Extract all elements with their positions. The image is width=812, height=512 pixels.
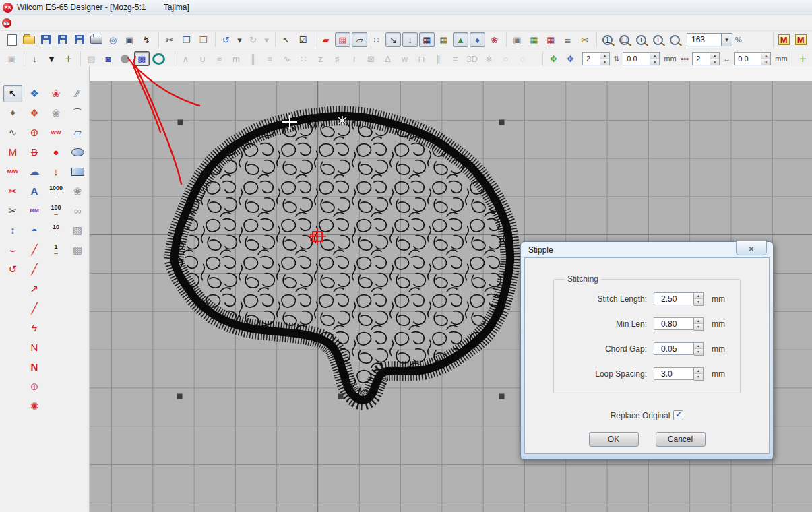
satin-column-tool[interactable]: WW — [46, 124, 65, 141]
length-value-arrows[interactable]: ▲▼ — [761, 52, 771, 65]
stitch-list-button[interactable]: ≣ — [560, 32, 575, 47]
stitch-zz-run[interactable]: z — [313, 51, 328, 66]
stitch-3d[interactable]: 3D — [464, 51, 480, 66]
dialog-title-bar[interactable]: Stipple ✕ — [524, 242, 770, 257]
binoculars-tool[interactable]: ∞ — [68, 202, 87, 220]
penetrations-red-button[interactable]: ↓ — [27, 51, 42, 66]
zoom-value-input[interactable]: 163 — [687, 33, 722, 46]
ring-outline-button[interactable] — [151, 51, 166, 66]
handle-bottom-middle[interactable] — [338, 394, 344, 399]
stitch-motif[interactable]: m — [228, 51, 244, 66]
field-input[interactable]: 3.0 — [654, 367, 694, 380]
dotted-outline-button[interactable]: ∷ — [369, 32, 384, 47]
redo-dropdown[interactable]: ▾ — [262, 32, 271, 47]
satin-stitch-button[interactable]: ▰ — [318, 32, 334, 47]
stitch-curved-fill[interactable]: ≀ — [346, 51, 362, 66]
stitch-wave[interactable]: ∿ — [279, 51, 294, 66]
zigzag-run-tool[interactable]: ϟ — [25, 319, 44, 337]
field-spinner[interactable]: ▲▼ — [694, 342, 704, 356]
density-value-arrows[interactable]: ▲▼ — [650, 52, 660, 65]
stitch-tatami[interactable]: ║ — [245, 51, 261, 66]
two-point-line-tool[interactable]: ╱ — [25, 241, 44, 259]
n-filled-tool[interactable]: N — [25, 358, 44, 376]
reshape-tool[interactable]: ❖ — [25, 85, 44, 102]
connect-machine-button[interactable]: ↯ — [139, 32, 154, 47]
arc-tool[interactable]: ⌒ — [68, 104, 87, 122]
branching-tool[interactable]: ❀ — [46, 104, 65, 122]
single-penetration-tool[interactable]: ↓ — [46, 163, 65, 181]
outline-stitch-button[interactable]: ▱ — [352, 32, 367, 47]
outlines-button[interactable]: ▨ — [84, 51, 99, 66]
menu-item-menu-special[interactable] — [76, 22, 88, 24]
color-film-button[interactable]: ▦ — [543, 32, 559, 47]
cut-stitch-tool[interactable]: ✂ — [3, 183, 22, 200]
dashed-run-tool[interactable]: ╱ — [25, 261, 44, 278]
open-object-tool[interactable]: ❀ — [46, 85, 65, 102]
design-properties-button[interactable]: ▣ — [509, 32, 525, 47]
polygon-select-tool[interactable]: ✦ — [3, 104, 22, 122]
applique-tool[interactable]: ◓ — [25, 222, 44, 239]
stitch-satin[interactable]: ∧ — [178, 51, 193, 66]
handle-bottom-right[interactable] — [499, 394, 505, 399]
handle-top-left[interactable] — [178, 120, 183, 125]
zoom-in-button[interactable]: + — [650, 32, 666, 47]
redo-button[interactable]: ↻ — [245, 32, 261, 47]
menu-item-menu-help[interactable] — [137, 22, 149, 24]
stitch-cross[interactable]: ⊠ — [363, 51, 379, 66]
stitch-oval-1[interactable]: ○ — [498, 51, 513, 66]
length-value-input[interactable]: 0.0 — [734, 52, 761, 65]
stitch-fence[interactable]: ♯ — [330, 51, 345, 66]
circle-fill-button[interactable] — [117, 51, 133, 66]
save-machine-file-button[interactable] — [55, 32, 70, 47]
undo-button[interactable]: ↺ — [218, 32, 234, 47]
stitch-oval-2[interactable]: ◌ — [515, 51, 530, 66]
length-count-arrows[interactable]: ▲▼ — [710, 52, 720, 65]
density-value-input[interactable]: 0.0 — [623, 52, 650, 65]
complex-fill-tool[interactable]: ▱ — [68, 124, 87, 141]
radial-fill-tool[interactable]: ✺ — [25, 397, 44, 415]
plain-run-tool[interactable]: ╱ — [25, 300, 44, 317]
length-count-input[interactable]: 2 — [692, 52, 710, 65]
menu-item-menu-stitch[interactable] — [64, 22, 76, 24]
menu-item-menu-view[interactable] — [40, 22, 52, 24]
stitch-pattern[interactable]: ⊓ — [414, 51, 429, 66]
print-preview-button[interactable]: ◎ — [105, 32, 121, 47]
add-node-button[interactable]: ✛ — [61, 51, 76, 66]
closed-object-tool[interactable]: ⊕ — [25, 124, 44, 141]
new-design-button[interactable] — [4, 32, 20, 47]
slant-tool[interactable]: ∕∕ — [68, 85, 87, 102]
zoom-1to1-button[interactable]: 1 — [600, 32, 615, 47]
zoom-10-tool[interactable]: 10 ↔ — [46, 222, 65, 239]
paste-button[interactable]: ❒ — [195, 32, 211, 47]
fill-stitch-button[interactable]: ▨ — [335, 32, 350, 47]
zoom-100-tool[interactable]: 100 ↔ — [46, 202, 65, 220]
density-count-arrows[interactable]: ▲▼ — [600, 52, 610, 65]
menu-item-menu-machine[interactable] — [113, 22, 125, 24]
field-spinner[interactable]: ▲▼ — [694, 317, 704, 331]
remove-overlaps-tool[interactable]: B — [25, 143, 44, 161]
send-design-button[interactable]: ✉ — [577, 32, 592, 47]
open-design-button[interactable] — [21, 32, 36, 47]
run-tool[interactable]: ∿ — [3, 124, 22, 141]
offset-object-button[interactable]: ◙ — [100, 51, 116, 66]
menu-item-menu-image[interactable] — [100, 22, 113, 24]
show-artwork-button[interactable]: ▲ — [453, 32, 468, 47]
arrow-mode-button[interactable]: ↘ — [385, 32, 401, 47]
lettering-tool[interactable]: A — [25, 183, 44, 200]
thread-colors-button[interactable]: ▦ — [526, 32, 542, 47]
stipple-button[interactable]: ▩ — [134, 51, 150, 66]
cancel-button[interactable]: Cancel — [656, 432, 706, 447]
stitch-textured[interactable]: ※ — [481, 51, 497, 66]
show-needle-points-button[interactable]: ❀ — [487, 32, 502, 47]
field-input[interactable]: 2.50 — [654, 292, 694, 305]
align-grid-1-button[interactable]: ✥ — [546, 51, 561, 66]
grid-toggle-button[interactable]: ▦ — [419, 32, 435, 47]
stitch-ratio-tool[interactable]: M/W — [3, 163, 22, 181]
zoom-out-button[interactable]: − — [667, 32, 683, 47]
undo-dropdown[interactable]: ▾ — [235, 32, 244, 47]
fan-fill-tool[interactable]: ⌣ — [3, 241, 22, 259]
field-spinner[interactable]: ▲▼ — [694, 292, 704, 306]
dialog-close-button[interactable]: ✕ — [736, 241, 767, 255]
zoom-1-tool[interactable]: 1 ↔ — [46, 241, 65, 259]
rotate-oval-tool[interactable]: ↺ — [3, 261, 22, 278]
